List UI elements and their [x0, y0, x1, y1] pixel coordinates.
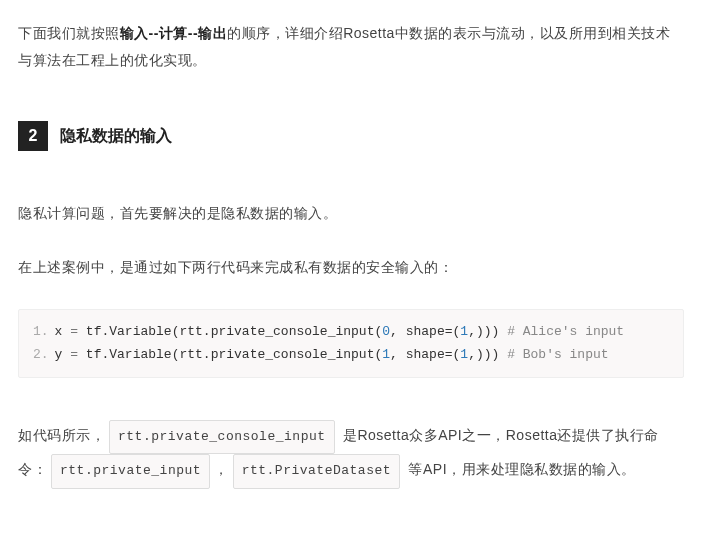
- code-block[interactable]: 1.x = tf.Variable(rtt.private_console_in…: [18, 309, 684, 378]
- section-title: 隐私数据的输入: [60, 121, 172, 151]
- intro-bold: 输入--计算--输出: [120, 25, 228, 41]
- inline-code-1: rtt.private_console_input: [109, 420, 335, 455]
- line-number: 1.: [33, 324, 49, 339]
- section-header: 2 隐私数据的输入: [18, 121, 684, 151]
- code-line-1: 1.x = tf.Variable(rtt.private_console_in…: [33, 320, 669, 343]
- section-number: 2: [29, 121, 38, 151]
- paragraph-2: 在上述案例中，是通过如下两行代码来完成私有数据的安全输入的：: [18, 254, 684, 281]
- closing-text-3: ，: [214, 461, 229, 477]
- inline-code-2: rtt.private_input: [51, 454, 210, 489]
- closing-text-1: 如代码所示，: [18, 427, 105, 443]
- closing-paragraph: 如代码所示，rtt.private_console_input 是Rosetta…: [18, 420, 684, 489]
- line-number: 2.: [33, 347, 49, 362]
- paragraph-1: 隐私计算问题，首先要解决的是隐私数据的输入。: [18, 200, 684, 227]
- inline-code-3: rtt.PrivateDataset: [233, 454, 400, 489]
- intro-paragraph: 下面我们就按照输入--计算--输出的顺序，详细介绍Rosetta中数据的表示与流…: [18, 20, 684, 73]
- closing-text-4: 等API，用来处理隐私数据的输入。: [404, 461, 635, 477]
- section-number-badge: 2: [18, 121, 48, 151]
- intro-pre: 下面我们就按照: [18, 25, 120, 41]
- code-line-2: 2.y = tf.Variable(rtt.private_console_in…: [33, 343, 669, 366]
